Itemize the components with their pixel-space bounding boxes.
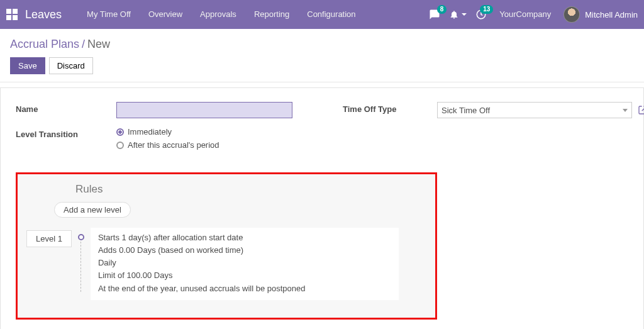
timeoff-type-value: Sick Time Off: [441, 106, 490, 115]
rule-line: Starts 1 day(s) after allocation start d…: [98, 231, 391, 244]
transition-after-option[interactable]: After this accrual's period: [116, 140, 305, 150]
chevron-down-icon: [623, 109, 628, 112]
rule-line: Limit of 100.00 Days: [98, 269, 391, 282]
breadcrumb-parent[interactable]: Accrual Plans: [10, 38, 79, 50]
rules-title: Rules: [75, 183, 426, 196]
top-navbar: Leaves My Time Off Overview Approvals Re…: [0, 0, 644, 29]
nav-approvals[interactable]: Approvals: [191, 0, 245, 29]
rule-line: Adds 0.00 Days (based on worked time): [98, 244, 391, 257]
avatar: [564, 6, 580, 23]
control-panel: Accrual Plans/New Save Discard: [0, 29, 644, 82]
add-level-button[interactable]: Add a new level: [54, 202, 131, 218]
name-label: Name: [16, 102, 116, 114]
rules-section: Rules Add a new level Level 1 Starts 1 d…: [16, 172, 437, 320]
radio-unchecked-icon: [116, 142, 124, 149]
rule-card[interactable]: Starts 1 day(s) after allocation start d…: [91, 228, 399, 300]
name-input[interactable]: [116, 102, 292, 118]
apps-icon[interactable]: [6, 9, 18, 20]
notifications-icon[interactable]: [449, 9, 467, 20]
timeoff-type-label: Time Off Type: [343, 102, 437, 114]
messaging-badge: 8: [437, 5, 447, 14]
user-menu[interactable]: Mitchell Admin: [564, 6, 638, 23]
level-1-tag[interactable]: Level 1: [26, 230, 72, 247]
save-button[interactable]: Save: [10, 57, 45, 74]
discard-button[interactable]: Discard: [49, 57, 93, 74]
timeline: [72, 229, 91, 292]
messaging-icon[interactable]: 8: [429, 9, 440, 20]
nav-overview[interactable]: Overview: [140, 0, 191, 29]
nav-reporting[interactable]: Reporting: [245, 0, 298, 29]
nav-configuration[interactable]: Configuration: [298, 0, 364, 29]
timeline-node-icon: [78, 234, 84, 240]
form-sheet: Name Time Off Type Sick Time Off Level T…: [0, 87, 644, 329]
breadcrumb: Accrual Plans/New: [10, 38, 634, 51]
rule-line: At the end of the year, unused accruals …: [98, 282, 391, 295]
level-transition-label: Level Transition: [16, 127, 116, 139]
nav-my-time-off[interactable]: My Time Off: [78, 0, 140, 29]
activities-badge: 13: [480, 5, 493, 14]
transition-immediately-option[interactable]: Immediately: [116, 127, 305, 137]
activities-icon[interactable]: 13: [475, 9, 487, 20]
company-switcher[interactable]: YourCompany: [496, 0, 555, 29]
user-name: Mitchell Admin: [585, 10, 638, 20]
external-link-icon[interactable]: [637, 104, 644, 116]
radio-checked-icon: [116, 128, 124, 136]
breadcrumb-current: New: [87, 38, 110, 50]
rule-line: Daily: [98, 257, 391, 269]
timeoff-type-select[interactable]: Sick Time Off: [437, 102, 632, 118]
nav-menu: My Time Off Overview Approvals Reporting…: [78, 0, 365, 29]
app-brand[interactable]: Leaves: [25, 8, 62, 21]
